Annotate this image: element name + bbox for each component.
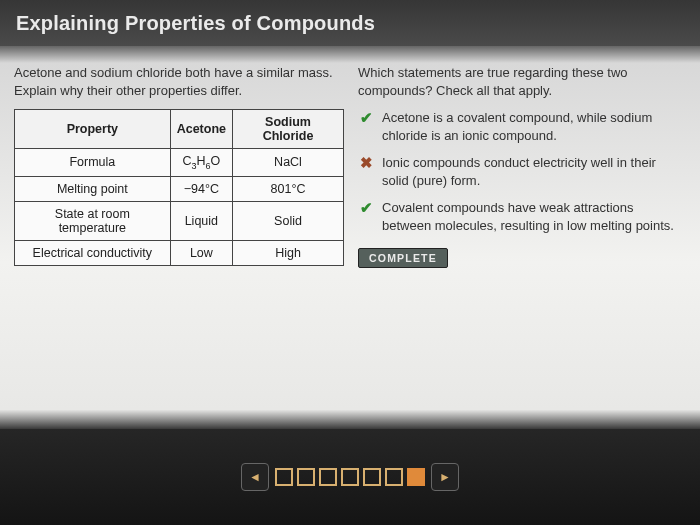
cell-property: Electrical conductivity [15, 240, 171, 265]
table-row: Formula C3H6O NaCl [15, 149, 344, 177]
th-acetone: Acetone [170, 110, 232, 149]
check-icon: ✔ [358, 110, 374, 126]
table-row: Melting point −94°C 801°C [15, 176, 344, 201]
lead-text: Acetone and sodium chloride both have a … [14, 64, 344, 99]
prev-button[interactable]: ◄ [241, 463, 269, 491]
choice-text: Covalent compounds have weak attractions… [382, 199, 686, 234]
right-column: Which statements are true regarding thes… [354, 64, 686, 417]
th-property: Property [15, 110, 171, 149]
cell-property: State at room temperature [15, 201, 171, 240]
choice-item[interactable]: ✔ Acetone is a covalent compound, while … [358, 109, 686, 144]
nav-slide-indicator-active[interactable] [407, 468, 425, 486]
chevron-left-icon: ◄ [249, 470, 261, 484]
cell-acetone-formula: C3H6O [170, 149, 232, 177]
nav-slide-indicator[interactable] [297, 468, 315, 486]
complete-button[interactable]: COMPLETE [358, 248, 448, 268]
cell-acetone: Liquid [170, 201, 232, 240]
table-row: State at room temperature Liquid Solid [15, 201, 344, 240]
cell-acetone: Low [170, 240, 232, 265]
cell-nacl: NaCl [233, 149, 344, 177]
nav-bar: ◄ ► [0, 429, 700, 525]
slide-screen: Explaining Properties of Compounds Aceto… [0, 0, 700, 525]
properties-table: Property Acetone Sodium Chloride Formula… [14, 109, 344, 266]
left-column: Acetone and sodium chloride both have a … [14, 64, 354, 417]
choice-text: Ionic compounds conduct electricity well… [382, 154, 686, 189]
header-bar: Explaining Properties of Compounds [0, 0, 700, 46]
nav-slide-indicator[interactable] [385, 468, 403, 486]
page-title: Explaining Properties of Compounds [16, 12, 375, 35]
th-sodium-chloride: Sodium Chloride [233, 110, 344, 149]
nav-slide-indicator[interactable] [363, 468, 381, 486]
nav-slide-indicator[interactable] [341, 468, 359, 486]
nav-squares [275, 468, 425, 486]
choice-item[interactable]: ✔ Covalent compounds have weak attractio… [358, 199, 686, 234]
cross-icon: ✖ [358, 155, 374, 171]
choice-list: ✔ Acetone is a covalent compound, while … [358, 109, 686, 234]
table-header-row: Property Acetone Sodium Chloride [15, 110, 344, 149]
nav-slide-indicator[interactable] [319, 468, 337, 486]
question-text: Which statements are true regarding thes… [358, 64, 686, 99]
cell-nacl: High [233, 240, 344, 265]
cell-nacl: Solid [233, 201, 344, 240]
choice-item[interactable]: ✖ Ionic compounds conduct electricity we… [358, 154, 686, 189]
table-row: Electrical conductivity Low High [15, 240, 344, 265]
nav-slide-indicator[interactable] [275, 468, 293, 486]
content-area: Acetone and sodium chloride both have a … [0, 56, 700, 417]
chevron-right-icon: ► [439, 470, 451, 484]
cell-nacl: 801°C [233, 176, 344, 201]
cell-property: Melting point [15, 176, 171, 201]
choice-text: Acetone is a covalent compound, while so… [382, 109, 686, 144]
cell-acetone: −94°C [170, 176, 232, 201]
next-button[interactable]: ► [431, 463, 459, 491]
check-icon: ✔ [358, 200, 374, 216]
cell-property: Formula [15, 149, 171, 177]
